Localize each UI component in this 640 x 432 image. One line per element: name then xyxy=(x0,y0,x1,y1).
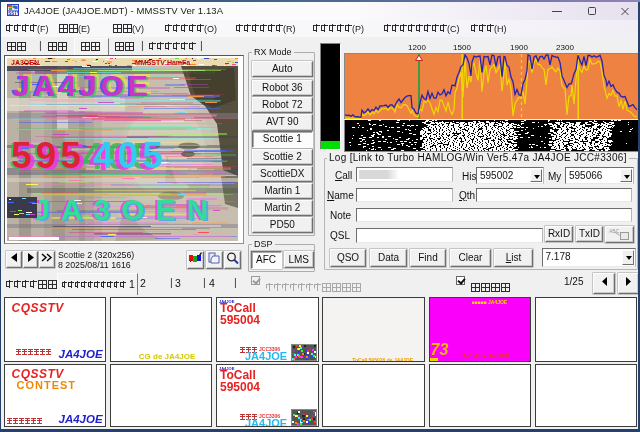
svg-text:595: 595 xyxy=(11,135,85,176)
svg-text:405: 405 xyxy=(93,135,167,176)
svg-text:SSTV: SSTV xyxy=(8,11,19,16)
svg-text:JA3OEN: JA3OEN xyxy=(33,193,219,226)
svg-text:MMSSTV HamFa: MMSSTV HamFa xyxy=(135,59,190,66)
svg-text:JA3OEN: JA3OEN xyxy=(11,59,39,66)
svg-text:JA4JOE: JA4JOE xyxy=(13,69,152,102)
